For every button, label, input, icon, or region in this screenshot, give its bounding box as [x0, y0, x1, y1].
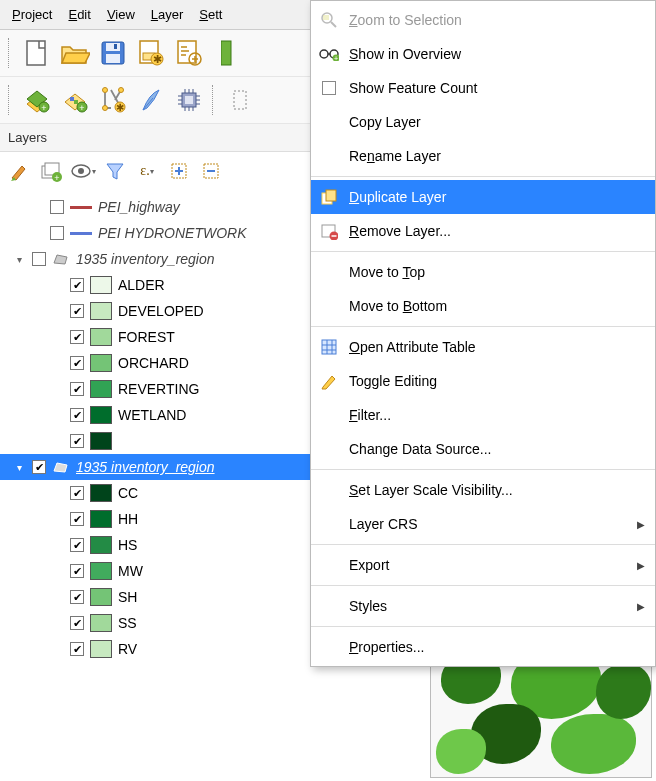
expand-all-button[interactable]: [166, 158, 192, 184]
select-rect-icon: [233, 86, 249, 114]
legend-swatch-icon: [90, 302, 112, 320]
new-print-layout-button[interactable]: ✱: [134, 36, 168, 70]
layer-checkbox[interactable]: [32, 460, 46, 474]
expand-icon: [169, 161, 189, 181]
legend-checkbox[interactable]: [70, 278, 84, 292]
ctx-change-data-source[interactable]: Change Data Source...: [311, 432, 655, 466]
ctx-filter[interactable]: Filter...: [311, 398, 655, 432]
manage-visibility-button[interactable]: ▾: [70, 158, 96, 184]
legend-checkbox[interactable]: [70, 408, 84, 422]
ctx-move-bottom[interactable]: Move to Bottom: [311, 289, 655, 323]
legend-swatch-icon: [90, 562, 112, 580]
svg-point-51: [320, 50, 328, 58]
add-vector-layer-button[interactable]: +: [20, 83, 54, 117]
ctx-zoom-selection[interactable]: Zoom to Selection: [311, 3, 655, 37]
collapse-all-button[interactable]: [198, 158, 224, 184]
add-raster-layer-button[interactable]: +: [58, 83, 92, 117]
layer-checkbox[interactable]: [50, 200, 64, 214]
ctx-open-attr-table[interactable]: Open Attribute Table: [311, 330, 655, 364]
svg-text:✱: ✱: [153, 53, 162, 65]
legend-checkbox[interactable]: [70, 486, 84, 500]
legend-checkbox[interactable]: [70, 538, 84, 552]
remove-icon: [319, 221, 339, 241]
ctx-label: Rename Layer: [349, 148, 441, 164]
eye-icon: [70, 162, 92, 180]
ctx-styles[interactable]: Styles ▶: [311, 589, 655, 623]
ctx-label: Remove Layer...: [349, 223, 451, 239]
polygon-layer-icon: [52, 252, 70, 266]
layout-icon: ✱: [137, 39, 165, 67]
style-icon: [221, 39, 233, 67]
open-project-button[interactable]: [58, 36, 92, 70]
ctx-layer-crs[interactable]: Layer CRS ▶: [311, 507, 655, 541]
menu-project[interactable]: Project: [6, 4, 58, 25]
expander-icon[interactable]: ▾: [12, 460, 26, 474]
ctx-copy-layer[interactable]: Copy Layer: [311, 105, 655, 139]
legend-checkbox[interactable]: [70, 382, 84, 396]
svg-text:+: +: [334, 55, 338, 61]
new-project-button[interactable]: [20, 36, 54, 70]
svg-rect-15: [74, 100, 78, 104]
svg-text:+: +: [41, 103, 46, 113]
legend-checkbox[interactable]: [70, 304, 84, 318]
menu-edit[interactable]: Edit: [62, 4, 96, 25]
ctx-show-feature-count[interactable]: Show Feature Count: [311, 71, 655, 105]
submenu-arrow-icon: ▶: [637, 601, 645, 612]
ctx-label: Properties...: [349, 639, 424, 655]
ctx-set-scale-visibility[interactable]: Set Layer Scale Visibility...: [311, 473, 655, 507]
expander-icon[interactable]: ▾: [12, 252, 26, 266]
menu-settings[interactable]: Sett: [193, 4, 228, 25]
ctx-properties[interactable]: Properties...: [311, 630, 655, 664]
ctx-export[interactable]: Export ▶: [311, 548, 655, 582]
legend-checkbox[interactable]: [70, 616, 84, 630]
add-group-button[interactable]: +: [38, 158, 64, 184]
ctx-label: Open Attribute Table: [349, 339, 476, 355]
legend-checkbox[interactable]: [70, 590, 84, 604]
legend-class-label: DEVELOPED: [118, 303, 204, 319]
legend-checkbox[interactable]: [70, 512, 84, 526]
funnel-icon: [105, 161, 125, 181]
legend-class-label: ORCHARD: [118, 355, 189, 371]
menu-view[interactable]: View: [101, 4, 141, 25]
menu-layer[interactable]: Layer: [145, 4, 190, 25]
legend-class-label: CC: [118, 485, 138, 501]
legend-class-label: ALDER: [118, 277, 165, 293]
processor-button[interactable]: [172, 83, 206, 117]
legend-checkbox[interactable]: [70, 330, 84, 344]
legend-checkbox[interactable]: [70, 434, 84, 448]
ctx-toggle-editing[interactable]: Toggle Editing: [311, 364, 655, 398]
legend-class-label: HS: [118, 537, 137, 553]
ctx-separator: [311, 469, 655, 470]
filter-expression-button[interactable]: ε.▾: [134, 158, 160, 184]
layer-checkbox[interactable]: [32, 252, 46, 266]
ctx-move-top[interactable]: Move to Top: [311, 255, 655, 289]
save-project-button[interactable]: [96, 36, 130, 70]
duplicate-icon: [319, 187, 339, 207]
ctx-show-overview[interactable]: + Show in Overview: [311, 37, 655, 71]
legend-checkbox[interactable]: [70, 642, 84, 656]
legend-checkbox[interactable]: [70, 564, 84, 578]
layer-checkbox[interactable]: [50, 226, 64, 240]
ctx-label: Styles: [349, 598, 387, 614]
layout-manager-button[interactable]: [172, 36, 206, 70]
select-button[interactable]: [224, 83, 258, 117]
new-shapefile-button[interactable]: ✱: [96, 83, 130, 117]
style-layer-button[interactable]: [6, 158, 32, 184]
submenu-arrow-icon: ▶: [637, 560, 645, 571]
digitize-button[interactable]: [134, 83, 168, 117]
toolbar-grip-2[interactable]: [8, 85, 14, 115]
zoom-selection-icon: [319, 10, 339, 30]
ctx-remove-layer[interactable]: Remove Layer...: [311, 214, 655, 248]
svg-point-20: [103, 106, 108, 111]
style-manager-button[interactable]: [210, 36, 244, 70]
ctx-label: Move to Top: [349, 264, 425, 280]
toolbar-grip[interactable]: [8, 38, 14, 68]
layout-manager-icon: [175, 39, 203, 67]
filter-legend-button[interactable]: [102, 158, 128, 184]
legend-class-label: SH: [118, 589, 137, 605]
ctx-rename-layer[interactable]: Rename Layer: [311, 139, 655, 173]
ctx-duplicate-layer[interactable]: Duplicate Layer: [311, 180, 655, 214]
legend-line-icon: [70, 206, 92, 209]
legend-checkbox[interactable]: [70, 356, 84, 370]
legend-swatch-icon: [90, 588, 112, 606]
